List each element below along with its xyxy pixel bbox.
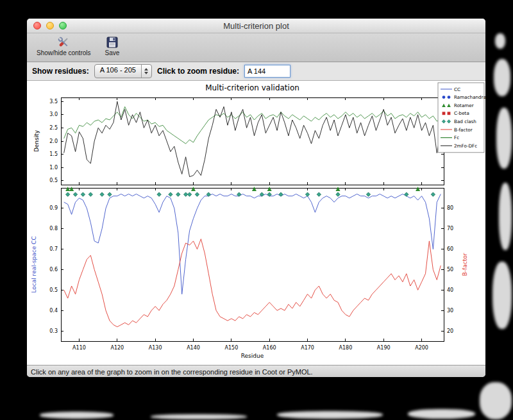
window-titlebar[interactable]: Multi-criterion plot: [27, 19, 485, 33]
svg-text:0.6: 0.6: [49, 267, 58, 273]
cc-axes: [61, 188, 444, 341]
svg-text:0.9: 0.9: [49, 205, 58, 211]
multi-criterion-chart[interactable]: Multi-criterion validationA110A120A130A1…: [27, 81, 485, 365]
edge-artifact: [495, 33, 505, 49]
svg-text:70: 70: [447, 226, 453, 231]
svg-text:0.4: 0.4: [49, 308, 58, 314]
stepper-icon[interactable]: [141, 65, 151, 78]
svg-text:0.3: 0.3: [49, 328, 58, 334]
series-CC: [64, 194, 441, 294]
edge-artifact: [494, 59, 510, 96]
svg-text:A190: A190: [377, 345, 391, 351]
edge-artifact: [408, 409, 475, 419]
residue-range-value: A 106 - 205: [95, 65, 141, 78]
svg-text:50: 50: [447, 267, 453, 273]
svg-text:A150: A150: [224, 345, 238, 351]
svg-text:A140: A140: [187, 345, 200, 351]
svg-text:Bad clash: Bad clash: [454, 119, 476, 124]
plot-area: Multi-criterion validationA110A120A130A1…: [27, 81, 485, 365]
show-residues-label: Show residues:: [32, 67, 89, 76]
svg-text:80: 80: [447, 205, 453, 211]
svg-text:Fc: Fc: [454, 135, 459, 140]
density-axes: [61, 97, 444, 185]
edge-artifact: [151, 414, 247, 419]
svg-text:B-factor: B-factor: [454, 127, 473, 133]
save-button[interactable]: Save: [102, 35, 123, 57]
close-button[interactable]: [33, 22, 41, 29]
zoom-residue-input[interactable]: [244, 65, 290, 78]
svg-text:CC: CC: [454, 87, 460, 92]
toolbar: Show/hide controls Save: [27, 33, 485, 62]
save-icon: [105, 35, 119, 49]
svg-text:3.5: 3.5: [49, 99, 58, 105]
series-B-factor: [64, 239, 441, 327]
window-title: Multi-criterion plot: [223, 21, 289, 31]
svg-text:A120: A120: [110, 345, 124, 351]
zoom-residue-label: Click to zoom residue:: [157, 67, 239, 76]
svg-text:A110: A110: [72, 345, 86, 351]
svg-text:1.5: 1.5: [49, 151, 58, 157]
svg-text:20: 20: [447, 328, 453, 334]
svg-text:Ramachandran: Ramachandran: [454, 94, 485, 100]
app-window: Multi-criterion plot Show/hide controls: [27, 19, 485, 377]
show-hide-controls-button[interactable]: Show/hide controls: [33, 35, 94, 57]
series-2mFo-DFc: [64, 101, 441, 176]
svg-text:B-factor: B-factor: [462, 253, 468, 276]
svg-text:1.0: 1.0: [49, 165, 58, 171]
edge-artifact: [492, 262, 512, 329]
edge-artifact: [480, 382, 512, 419]
svg-text:A180: A180: [339, 345, 353, 351]
chart-title: Multi-criterion validation: [205, 83, 299, 92]
svg-text:30: 30: [447, 308, 453, 314]
zoom-window-button[interactable]: [59, 22, 67, 29]
svg-text:0.7: 0.7: [49, 246, 58, 252]
controls-bar: Show residues: A 106 - 205 Click to zoom…: [27, 62, 485, 81]
svg-text:40: 40: [447, 287, 453, 293]
show-hide-controls-label: Show/hide controls: [37, 49, 91, 56]
stepper-down-icon: [144, 72, 148, 74]
edge-artifact: [499, 183, 512, 250]
status-bar: Click on any area of the graph to zoom i…: [27, 365, 485, 377]
svg-text:0.8: 0.8: [49, 226, 58, 231]
save-label: Save: [105, 49, 120, 56]
edge-artifact: [496, 108, 512, 169]
svg-text:Local real-space CC: Local real-space CC: [31, 236, 37, 292]
svg-text:Residue: Residue: [241, 353, 264, 359]
tools-icon: [56, 35, 71, 49]
stepper-up-icon: [144, 68, 148, 71]
svg-text:60: 60: [447, 246, 453, 252]
svg-text:A200: A200: [415, 345, 428, 351]
svg-text:2.5: 2.5: [49, 125, 58, 131]
svg-text:Density: Density: [33, 130, 40, 152]
svg-text:2.0: 2.0: [49, 139, 58, 144]
svg-text:3.0: 3.0: [49, 112, 58, 117]
svg-text:0.5: 0.5: [49, 287, 58, 293]
svg-text:A160: A160: [263, 345, 276, 351]
status-text: Click on any area of the graph to zoom i…: [31, 368, 313, 376]
svg-text:A170: A170: [301, 345, 314, 351]
edge-artifact: [277, 411, 383, 419]
svg-text:A130: A130: [149, 345, 162, 351]
minimize-button[interactable]: [46, 22, 54, 29]
residue-range-select[interactable]: A 106 - 205: [94, 64, 152, 78]
svg-text:0.5: 0.5: [49, 178, 58, 183]
svg-text:Rotamer: Rotamer: [454, 103, 474, 108]
edge-artifact: [40, 412, 114, 419]
traffic-lights: [33, 22, 67, 29]
chart-legend: CCRamachandranRotamerC-betaBad clashB-fa…: [438, 83, 485, 153]
svg-text:2mFo-DFc: 2mFo-DFc: [454, 143, 477, 149]
svg-text:C-beta: C-beta: [454, 110, 469, 116]
